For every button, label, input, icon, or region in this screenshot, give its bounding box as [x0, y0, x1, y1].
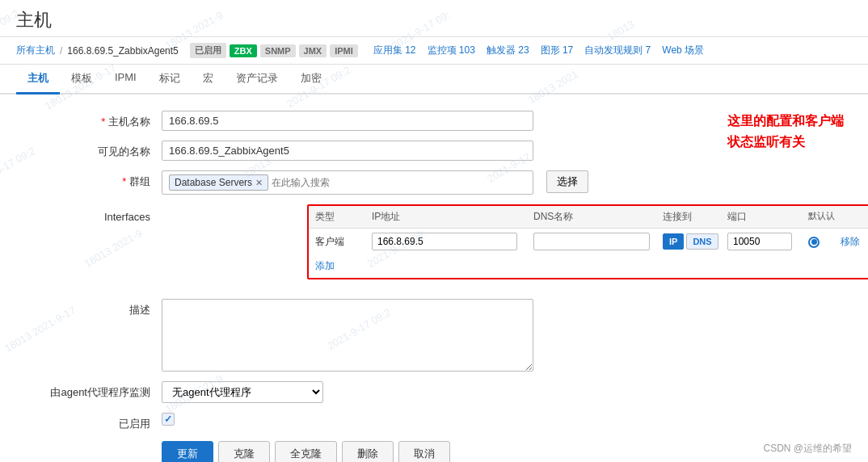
if-row-type: 客户端 [315, 235, 372, 249]
badge-zbx[interactable]: ZBX [230, 44, 257, 57]
nav-trigger[interactable]: 触发器 23 [482, 42, 533, 59]
tab-ipmi[interactable]: IPMI [103, 65, 148, 94]
nav-graph[interactable]: 图形 17 [537, 42, 578, 59]
if-header-default: 默认认 [808, 210, 841, 224]
group-label: * 群组 [16, 170, 162, 189]
describe-input[interactable] [162, 299, 533, 372]
footer-text: CSDN @运维的希望 [763, 443, 852, 454]
describe-row: 描述 [16, 299, 852, 372]
if-add-link[interactable]: 添加 [309, 254, 341, 278]
if-dns-input[interactable] [533, 233, 650, 250]
enabled-row: 已启用 ✓ [16, 413, 852, 431]
if-row-default-cell [808, 235, 841, 248]
update-button[interactable]: 更新 [162, 441, 213, 462]
if-header-type: 类型 [315, 210, 372, 224]
tab-host[interactable]: 主机 [16, 65, 60, 94]
group-tag: Database Servers ✕ [169, 174, 268, 191]
group-tag-text: Database Servers [175, 177, 252, 188]
page-title-bar: 主机 [0, 0, 868, 37]
tab-encrypt[interactable]: 加密 [289, 65, 333, 94]
hostname-row: * 主机名称 [16, 111, 852, 131]
nav-monitor[interactable]: 监控项 103 [423, 42, 479, 59]
interfaces-row: 客户端 IP DNS [309, 229, 868, 254]
tab-asset[interactable]: 资产记录 [225, 65, 289, 94]
describe-label: 描述 [16, 299, 162, 317]
hostname-input[interactable] [162, 111, 533, 131]
if-header-dns: DNS名称 [533, 210, 663, 224]
if-row-port-cell [727, 233, 808, 250]
interfaces-label: Interfaces [16, 204, 162, 289]
interfaces-wrapper: Interfaces 类型 IP地址 DNS名称 连接到 端口 默认认 客户端 [16, 204, 852, 289]
hostname-label: * 主机名称 [16, 111, 162, 129]
full-clone-button[interactable]: 全克隆 [275, 441, 337, 462]
nav-links: 应用集 12 监控项 103 触发器 23 图形 17 自动发现规则 7 Web… [369, 42, 708, 59]
if-row-ip-cell [372, 233, 533, 250]
interfaces-header: 类型 IP地址 DNS名称 连接到 端口 默认认 [309, 206, 868, 229]
agent-label: 由agent代理程序监测 [16, 381, 162, 400]
cancel-button[interactable]: 取消 [398, 441, 450, 462]
if-row-conn-cell: IP DNS [663, 233, 727, 250]
if-port-input[interactable] [727, 233, 792, 250]
page-title: 主机 [16, 8, 852, 32]
page-wrapper: 主机 所有主机 / 166.8.69.5_ZabbixAgent5 已启用 ZB… [0, 0, 868, 462]
tab-template[interactable]: 模板 [60, 65, 103, 94]
sub-tabs: 主机 模板 IPMI 标记 宏 资产记录 加密 [0, 65, 868, 94]
group-row: * 群组 Database Servers ✕ 选择 [16, 170, 852, 195]
nav-web[interactable]: Web 场景 [658, 42, 708, 59]
if-conn-dns-btn[interactable]: DNS [686, 233, 718, 250]
breadcrumb-current: 166.8.69.5_ZabbixAgent5 [67, 45, 178, 57]
badge-jmx[interactable]: JMX [299, 44, 327, 57]
check-mark-icon: ✓ [164, 414, 172, 425]
enabled-checkbox[interactable]: ✓ [162, 413, 175, 426]
nav-app[interactable]: 应用集 12 [369, 42, 420, 59]
tab-macros[interactable]: 宏 [192, 65, 225, 94]
if-conn-ip-btn[interactable]: IP [663, 233, 684, 250]
enabled-label: 已启用 [16, 413, 162, 431]
if-default-radio[interactable] [808, 237, 820, 248]
if-ip-input[interactable] [372, 233, 517, 250]
breadcrumb-sep: / [60, 45, 62, 57]
interfaces-section: 类型 IP地址 DNS名称 连接到 端口 默认认 客户端 [307, 204, 868, 279]
footer: CSDN @运维的希望 [763, 442, 852, 456]
visiblename-row: 可见的名称 [16, 141, 852, 161]
group-search-input[interactable] [272, 177, 526, 188]
if-row-remove[interactable]: 移除 [841, 235, 868, 249]
if-row-dns-cell [533, 233, 663, 250]
if-header-port: 端口 [727, 210, 808, 224]
clone-button[interactable]: 克隆 [218, 441, 270, 462]
breadcrumb-bar: 所有主机 / 166.8.69.5_ZabbixAgent5 已启用 ZBX S… [0, 37, 868, 65]
main-content: 这里的配置和客户端 状态监听有关 * 主机名称 可见的名称 * 群组 Datab… [0, 94, 868, 462]
breadcrumb-badges: 已启用 ZBX SNMP JMX IPMI [190, 43, 358, 58]
tab-tags[interactable]: 标记 [148, 65, 192, 94]
group-field[interactable]: Database Servers ✕ [162, 170, 533, 195]
visiblename-input[interactable] [162, 141, 533, 161]
badge-ipmi[interactable]: IPMI [330, 44, 358, 57]
required-star: * [101, 116, 108, 128]
group-select-button[interactable]: 选择 [546, 170, 588, 193]
group-tag-remove[interactable]: ✕ [255, 178, 263, 188]
breadcrumb-home[interactable]: 所有主机 [16, 44, 55, 57]
checkbox-wrapper: ✓ [162, 413, 175, 426]
agent-select[interactable]: 无agent代理程序 [162, 381, 323, 403]
if-header-conn: 连接到 [663, 210, 727, 224]
nav-autodiscover[interactable]: 自动发现规则 7 [580, 42, 655, 59]
agent-row: 由agent代理程序监测 无agent代理程序 [16, 381, 852, 403]
badge-enabled[interactable]: 已启用 [190, 43, 226, 58]
delete-button[interactable]: 删除 [342, 441, 394, 462]
badge-snmp[interactable]: SNMP [260, 44, 296, 57]
visiblename-label: 可见的名称 [16, 141, 162, 159]
action-buttons: 更新 克隆 全克隆 删除 取消 [162, 441, 852, 462]
if-header-ip: IP地址 [372, 210, 533, 224]
